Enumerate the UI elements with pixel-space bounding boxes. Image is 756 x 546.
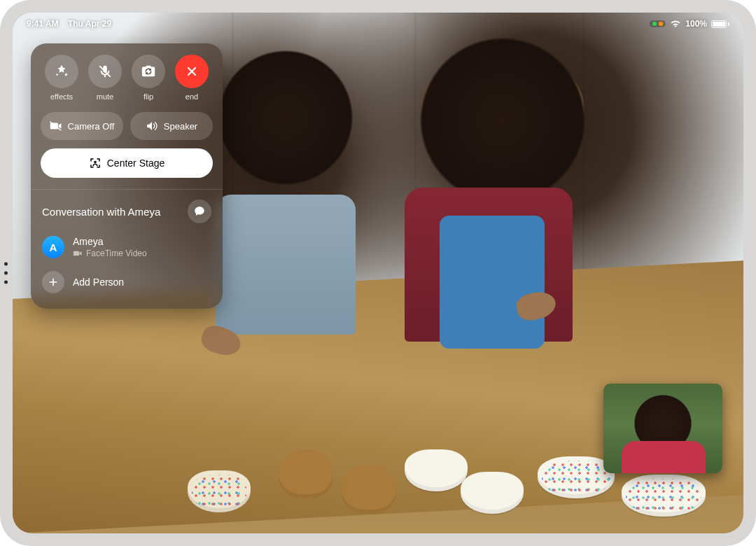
- speaker-button[interactable]: Speaker: [130, 112, 213, 140]
- speaker-icon: [146, 120, 158, 132]
- video-off-icon: [50, 121, 62, 131]
- center-stage-button[interactable]: Center Stage: [41, 148, 213, 178]
- conversation-title: Conversation with Ameya: [42, 206, 160, 218]
- flip-label: flip: [144, 92, 153, 101]
- facetime-controls-panel: effects mute flip: [31, 43, 223, 309]
- plus-icon: [42, 271, 64, 293]
- flip-button[interactable]: [132, 55, 165, 88]
- effects-label: effects: [50, 92, 73, 101]
- mute-label: mute: [97, 92, 113, 101]
- center-stage-label: Center Stage: [107, 158, 165, 169]
- camera-off-button[interactable]: Camera Off: [41, 112, 123, 140]
- battery-icon: [711, 20, 729, 28]
- end-call-button[interactable]: [175, 55, 209, 88]
- ipad-frame: 9:41 AM Thu Apr 29 100%: [0, 0, 756, 546]
- add-person-button[interactable]: Add Person: [41, 264, 213, 295]
- device-sensors: [4, 262, 8, 284]
- privacy-indicator: [650, 20, 666, 27]
- wifi-icon: [670, 20, 681, 28]
- messages-button[interactable]: [188, 200, 211, 223]
- status-date: Thu Apr 29: [68, 19, 111, 29]
- participant-row[interactable]: A Ameya FaceTime Video: [41, 230, 213, 264]
- participant-name: Ameya: [73, 236, 147, 247]
- participant-sub: FaceTime Video: [86, 248, 147, 258]
- effects-button[interactable]: [45, 55, 78, 88]
- self-view-pip[interactable]: [603, 384, 722, 473]
- panel-divider: [31, 189, 223, 190]
- add-person-label: Add Person: [73, 276, 124, 288]
- video-icon: [73, 250, 83, 257]
- camera-off-label: Camera Off: [68, 121, 115, 132]
- battery-percent: 100%: [685, 19, 707, 29]
- speaker-label: Speaker: [164, 121, 197, 132]
- svg-point-0: [94, 161, 97, 164]
- participant-avatar: A: [42, 236, 64, 258]
- status-bar: 9:41 AM Thu Apr 29 100%: [13, 13, 743, 31]
- end-label: end: [186, 92, 198, 101]
- mute-button[interactable]: [88, 55, 122, 88]
- screen: 9:41 AM Thu Apr 29 100%: [13, 13, 743, 533]
- status-time: 9:41 AM: [27, 19, 59, 29]
- center-stage-icon: [89, 157, 102, 169]
